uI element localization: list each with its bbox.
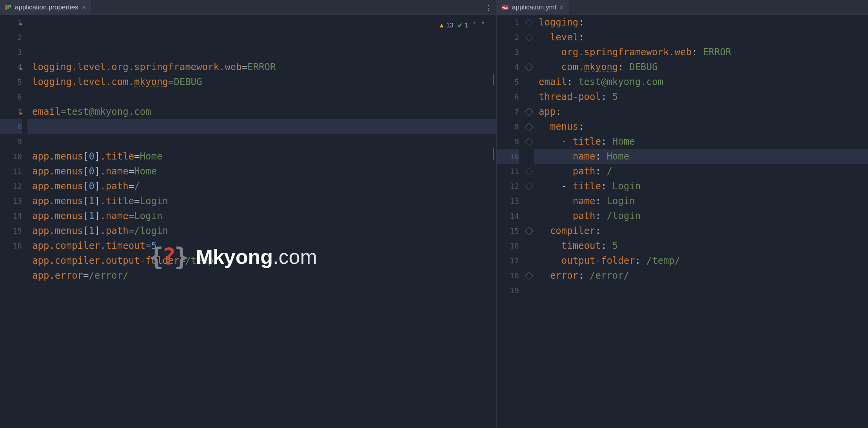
code-line[interactable] [32, 134, 496, 149]
editor-left[interactable]: 1▶234▶567▶8910111213141516 ▲ 13 ✔ 1 ˄ ˅ … [0, 15, 496, 428]
code-line[interactable] [32, 283, 496, 298]
gutter-line[interactable]: 15 [0, 223, 22, 238]
gutter-line[interactable]: 13 [0, 194, 22, 209]
gutter-line[interactable]: 14 [497, 209, 519, 223]
gutter-line[interactable]: 10 [0, 149, 22, 164]
code-line[interactable]: app.menus[1].name=Login [32, 209, 496, 223]
gutter-line[interactable]: 6 [0, 89, 22, 104]
code-line[interactable]: app.compiler.output-folder=/temp/ [32, 253, 496, 268]
fold-marker-icon[interactable] [525, 18, 533, 27]
gutter-line[interactable]: 2 [497, 30, 519, 45]
gutter-line[interactable]: 7▶ [0, 104, 22, 119]
code-area-right[interactable]: logging: level: org.springframework.web:… [534, 15, 868, 428]
fold-marker-icon[interactable] [525, 182, 533, 190]
gutter-line[interactable]: 18 [497, 268, 519, 283]
code-line[interactable]: com.mkyong: DEBUG [539, 60, 868, 74]
code-line[interactable]: error: /error/ [539, 268, 868, 283]
bookmark-icon[interactable]: ▶ [20, 16, 23, 31]
gutter-line[interactable]: 15 [497, 223, 519, 238]
gutter-line[interactable]: 11 [0, 164, 22, 179]
gutter-line[interactable]: 12 [497, 179, 519, 194]
code-line[interactable]: app.menus[0].path=/ [32, 179, 496, 194]
error-stripe-right[interactable] [863, 15, 868, 428]
code-line[interactable]: path: / [539, 164, 868, 179]
code-line[interactable]: name: Home [539, 149, 868, 164]
code-line[interactable]: - title: Home [539, 134, 868, 149]
code-line[interactable]: level: [539, 30, 868, 45]
gutter-line[interactable]: 1 [497, 15, 519, 30]
passed-badge[interactable]: ✔ 1 [457, 18, 468, 33]
code-line[interactable]: logging.level.com.mkyong=DEBUG [32, 74, 496, 89]
close-icon[interactable]: ✕ [82, 4, 87, 11]
gutter-line[interactable]: 16 [497, 238, 519, 253]
code-line[interactable]: app: [539, 104, 868, 119]
code-line[interactable] [32, 89, 496, 104]
code-line[interactable]: thread-pool: 5 [539, 89, 868, 104]
code-area-left[interactable]: ▲ 13 ✔ 1 ˄ ˅ logging.level.org.springfra… [27, 15, 496, 428]
code-line[interactable]: app.compiler.timeout=5 [32, 238, 496, 253]
code-line[interactable]: - title: Login [539, 179, 868, 194]
tab-application-yml[interactable]: YML application.yml ✕ [497, 0, 569, 15]
code-line[interactable]: logging.level.org.springframework.web=ER… [32, 60, 496, 74]
more-icon[interactable]: ⋮ [485, 3, 492, 11]
gutter-line[interactable]: 6 [497, 89, 519, 104]
gutter-line[interactable]: 11 [497, 164, 519, 179]
code-line[interactable]: name: Login [539, 194, 868, 209]
close-icon[interactable]: ✕ [559, 4, 564, 11]
gutter-line[interactable]: 13 [497, 194, 519, 209]
fold-marker-icon[interactable] [525, 167, 533, 176]
inspections-widget[interactable]: ▲ 13 ✔ 1 ˄ ˅ [438, 18, 485, 33]
code-line[interactable]: timeout: 5 [539, 238, 868, 253]
code-line[interactable]: email=test@mkyong.com [32, 104, 496, 119]
code-line[interactable]: org.springframework.web: ERROR [539, 45, 868, 60]
code-line[interactable]: menus: [539, 119, 868, 134]
code-line[interactable]: logging: [539, 15, 868, 30]
fold-marker-icon[interactable] [525, 227, 533, 235]
gutter-line[interactable]: 8 [497, 119, 519, 134]
fold-marker-icon[interactable] [525, 138, 533, 146]
bookmark-icon[interactable]: ▶ [20, 106, 23, 121]
bookmark-icon[interactable]: ▶ [20, 61, 23, 76]
gutter-line[interactable]: 9 [497, 134, 519, 149]
fold-marker-icon[interactable] [525, 63, 533, 71]
code-line[interactable]: app.menus[1].path=/login [32, 223, 496, 238]
gutter-line[interactable]: 9 [0, 134, 22, 149]
gutter-line[interactable]: 14 [0, 209, 22, 223]
gutter-line[interactable]: 5 [497, 74, 519, 89]
gutter-right[interactable]: 12345678910111213141516171819 [497, 15, 525, 428]
code-line[interactable]: app.menus[1].title=Login [32, 194, 496, 209]
gutter-line[interactable]: 16 [0, 238, 22, 253]
warnings-badge[interactable]: ▲ 13 [438, 18, 453, 33]
fold-strip[interactable] [525, 15, 534, 428]
gutter-line[interactable]: 8 [0, 119, 22, 134]
code-line[interactable]: app.menus[0].title=Home [32, 149, 496, 164]
code-line[interactable]: app.menus[0].name=Home [32, 164, 496, 179]
code-line[interactable]: path: /login [539, 209, 868, 223]
code-line[interactable]: output-folder: /temp/ [539, 253, 868, 268]
chevron-down-icon[interactable]: ˅ [481, 18, 485, 33]
fold-marker-icon[interactable] [525, 272, 533, 280]
gutter-line[interactable]: 12 [0, 179, 22, 194]
code-line[interactable] [539, 283, 868, 298]
code-line[interactable]: app.error=/error/ [32, 268, 496, 283]
code-line[interactable]: compiler: [539, 223, 868, 238]
code-line[interactable]: email: test@mkyong.com [539, 74, 868, 89]
gutter-line[interactable]: 4 [497, 60, 519, 74]
gutter-left[interactable]: 1▶234▶567▶8910111213141516 [0, 15, 27, 428]
gutter-line[interactable]: 17 [497, 253, 519, 268]
gutter-line[interactable]: 3 [497, 45, 519, 60]
gutter-line[interactable]: 19 [497, 283, 519, 298]
editor-right[interactable]: 12345678910111213141516171819 logging: l… [497, 15, 868, 428]
fold-marker-icon[interactable] [525, 33, 533, 42]
gutter-line[interactable]: 4▶ [0, 60, 22, 74]
gutter-line[interactable]: 5 [0, 74, 22, 89]
gutter-line[interactable]: 3 [0, 45, 22, 60]
chevron-up-icon[interactable]: ˄ [472, 18, 477, 33]
fold-marker-icon[interactable] [525, 108, 533, 116]
tab-application-properties[interactable]: application.properties ✕ [0, 0, 92, 15]
fold-marker-icon[interactable] [525, 123, 533, 131]
gutter-line[interactable]: 1▶ [0, 15, 22, 30]
gutter-line[interactable]: 2 [0, 30, 22, 45]
gutter-line[interactable]: 7 [497, 104, 519, 119]
gutter-line[interactable]: 10 [497, 149, 519, 164]
